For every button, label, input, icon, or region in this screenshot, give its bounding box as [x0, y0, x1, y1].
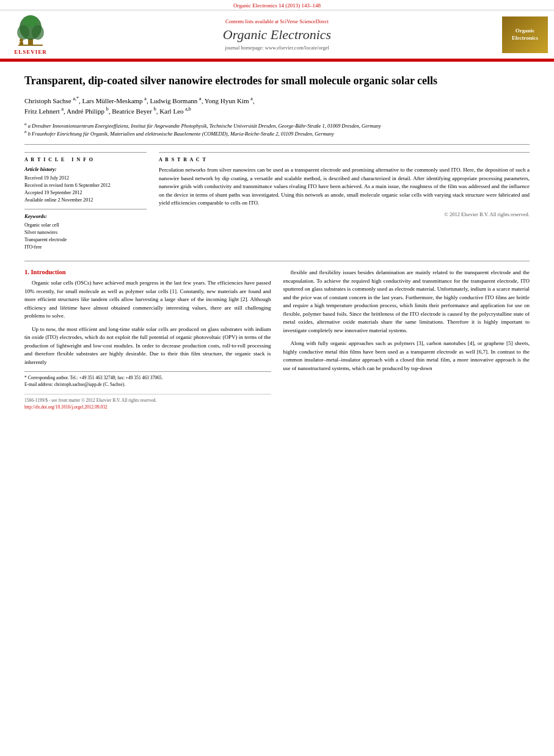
intro-para-2: Up to now, the most efficient and long-t… [24, 325, 271, 367]
article-history-label: Article history: [24, 166, 147, 172]
section1-title: 1. Introduction [24, 269, 271, 275]
journal-badge: Organic Electronics [502, 16, 548, 53]
intro-para-1: Organic solar cells (OSCs) have achieved… [24, 279, 271, 321]
body-right-col: flexible and flexibility issues besides … [283, 269, 530, 411]
paper-title: Transparent, dip-coated silver nanowire … [24, 74, 530, 88]
journal-reference-bar: Organic Electronics 14 (2013) 143–148 [0, 0, 554, 10]
accepted-date: Accepted 19 September 2012 [24, 189, 147, 197]
header-center: Contents lists available at SciVerse Sci… [60, 18, 494, 51]
doi-line: http://dx.doi.org/10.1016/j.orgel.2012.0… [24, 404, 271, 410]
sciverse-line: Contents lists available at SciVerse Sci… [60, 18, 494, 24]
body-content: 1. Introduction Organic solar cells (OSC… [24, 261, 530, 411]
svg-point-6 [20, 38, 23, 42]
article-info: A R T I C L E I N F O Article history: R… [24, 152, 147, 251]
elsevier-tree-icon [12, 14, 49, 48]
article-info-column: A R T I C L E I N F O Article history: R… [24, 152, 147, 251]
badge-title-line2: Electronics [507, 35, 543, 42]
article-info-title: A R T I C L E I N F O [24, 156, 147, 162]
article-history-items: Received 19 July 2012 Received in revise… [24, 175, 147, 204]
svg-point-3 [17, 25, 29, 40]
keyword-3: Transparent electrode [24, 236, 147, 244]
keywords-label: Keywords: [24, 213, 147, 219]
paper-content: Transparent, dip-coated silver nanowire … [0, 62, 554, 423]
elsevier-brand-text: ELSEVIER [14, 49, 47, 55]
journal-badge-area: Organic Electronics [499, 16, 548, 53]
footnote-email: E-mail address: christoph.sachse@iapp.de… [24, 382, 271, 388]
doi-link[interactable]: http://dx.doi.org/10.1016/j.orgel.2012.0… [24, 404, 108, 410]
svg-point-4 [32, 25, 44, 40]
authors-text: Christoph Sachse a,*, Lars Müller-Meskam… [24, 97, 255, 115]
svg-rect-7 [20, 42, 23, 45]
keyword-1: Organic solar cell [24, 222, 147, 229]
received-revised-date: Received in revised form 6 September 201… [24, 182, 147, 189]
received-date: Received 19 July 2012 [24, 175, 147, 182]
journal-homepage: journal homepage: www.elsevier.com/locat… [60, 45, 494, 51]
affiliation-b: b b Fraunhofer Einrichtung für Organik, … [24, 129, 530, 138]
bottom-bar: 1566-1199/$ - see front matter © 2012 El… [24, 394, 271, 411]
keyword-2: Silver nanowires [24, 229, 147, 236]
affiliations: a a Dresdner Innovationszentrum Energiee… [24, 122, 530, 145]
right-para-2: Along with fully organic approaches such… [283, 340, 530, 373]
elsevier-logo-area: ELSEVIER [6, 14, 55, 55]
info-abstract-layout: A R T I C L E I N F O Article history: R… [24, 152, 530, 251]
available-date: Available online 2 November 2012 [24, 197, 147, 204]
obtained-word: obtained [111, 305, 130, 311]
copyright-line: © 2012 Elsevier B.V. All rights reserved… [159, 211, 530, 217]
body-left-col: 1. Introduction Organic solar cells (OSC… [24, 269, 271, 411]
svg-point-5 [23, 15, 38, 27]
affiliation-a: a a Dresdner Innovationszentrum Energiee… [24, 122, 530, 130]
journal-ref-text: Organic Electronics 14 (2013) 143–148 [233, 2, 321, 9]
authors: Christoph Sachse a,*, Lars Müller-Meskam… [24, 95, 530, 116]
body-two-col: 1. Introduction Organic solar cells (OSC… [24, 269, 530, 411]
issn-line: 1566-1199/$ - see front matter © 2012 El… [24, 397, 271, 404]
keywords-list: Organic solar cell Silver nanowires Tran… [24, 222, 147, 251]
along-with-text: Along with [291, 340, 316, 346]
abstract-title: A B S T R A C T [159, 152, 530, 162]
journal-header: ELSEVIER Contents lists available at Sci… [0, 10, 554, 60]
journal-title: Organic Electronics [60, 27, 494, 43]
keywords-divider [24, 209, 147, 209]
abstract-column: A B S T R A C T Percolation networks fro… [159, 152, 530, 251]
footnote-corresponding: * Corresponding author. Tel.: +49 351 46… [24, 375, 271, 382]
keyword-4: ITO-free [24, 244, 147, 251]
abstract-text: Percolation networks from silver nanowir… [159, 166, 530, 208]
footnote-area: * Corresponding author. Tel.: +49 351 46… [24, 371, 271, 388]
right-para-1: flexible and flexibility issues besides … [283, 269, 530, 335]
badge-title-line1: Organic [507, 27, 543, 35]
sciverse-link[interactable]: SciVerse ScienceDirect [280, 18, 329, 24]
elsevier-logo: ELSEVIER [6, 14, 55, 55]
